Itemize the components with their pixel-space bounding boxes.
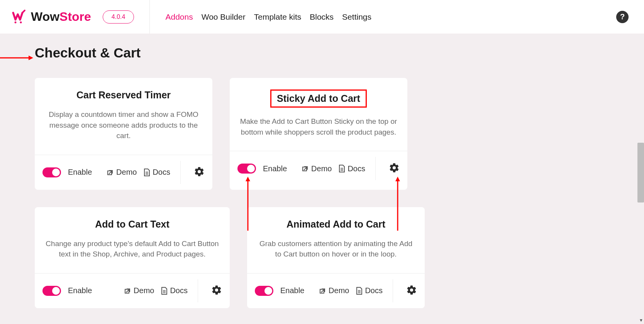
card-body: Add to Cart Text Change any product type… — [35, 207, 230, 273]
external-link-icon — [124, 287, 131, 294]
demo-label: Demo — [134, 286, 154, 295]
help-icon[interactable]: ? — [616, 11, 629, 23]
card-body: Sticky Add to Cart Make the Add to Cart … — [230, 78, 407, 151]
card-description: Change any product type's default Add to… — [44, 238, 220, 260]
card-footer: Enable Demo Docs — [247, 273, 425, 308]
docs-link[interactable]: Docs — [356, 286, 383, 295]
card-title: Animated Add to Cart — [286, 219, 385, 230]
nav-blocks[interactable]: Blocks — [310, 12, 334, 22]
enable-label: Enable — [68, 286, 92, 295]
addon-cards: Cart Reserved Timer Display a countdown … — [35, 78, 609, 308]
card-footer: Enable Demo Docs — [35, 155, 212, 190]
docs-link[interactable]: Docs — [339, 164, 365, 173]
demo-link[interactable]: Demo — [319, 286, 349, 295]
card-description: Display a countdown timer and show a FOM… — [44, 109, 203, 141]
nav-addons[interactable]: Addons — [165, 12, 193, 22]
enable-label: Enable — [68, 168, 92, 177]
docs-label: Docs — [347, 164, 365, 173]
vertical-scrollbar[interactable] — [637, 143, 644, 202]
enable-label: Enable — [280, 286, 304, 295]
card-title: Cart Reserved Timer — [76, 89, 171, 101]
enable-label: Enable — [263, 164, 287, 173]
enable-toggle[interactable] — [237, 164, 256, 174]
docs-link[interactable]: Docs — [161, 286, 188, 295]
card-title: Sticky Add to Cart — [270, 89, 367, 108]
document-icon — [339, 165, 345, 172]
svg-point-0 — [15, 21, 17, 23]
card-sticky-add-to-cart: Sticky Add to Cart Make the Add to Cart … — [230, 78, 407, 190]
demo-label: Demo — [311, 164, 332, 173]
footer-divider — [180, 161, 181, 184]
settings-gear-icon[interactable] — [406, 285, 417, 297]
nav-settings[interactable]: Settings — [342, 12, 371, 22]
annotation-arrow-title — [0, 54, 33, 63]
settings-gear-icon[interactable] — [389, 162, 400, 175]
version-badge: 4.0.4 — [103, 10, 134, 24]
docs-label: Docs — [365, 286, 383, 295]
brand-prefix: Wow — [31, 10, 59, 24]
card-body: Cart Reserved Timer Display a countdown … — [35, 78, 212, 155]
header-divider — [149, 0, 150, 34]
content-area: Checkout & Cart Cart Reserved Timer Disp… — [0, 34, 644, 320]
card-cart-reserved-timer: Cart Reserved Timer Display a countdown … — [35, 78, 212, 190]
footer-divider — [198, 279, 198, 302]
svg-point-1 — [20, 21, 22, 23]
app-header: WowStore 4.0.4 Addons Woo Builder Templa… — [0, 0, 644, 34]
document-icon — [356, 287, 363, 295]
footer-divider — [375, 157, 376, 180]
enable-toggle[interactable] — [255, 286, 273, 296]
brand-logo: WowStore — [12, 9, 91, 25]
nav-template-kits[interactable]: Template kits — [254, 12, 302, 22]
settings-gear-icon[interactable] — [211, 285, 222, 297]
demo-link[interactable]: Demo — [107, 168, 137, 177]
card-footer: Enable Demo Docs — [230, 151, 407, 186]
demo-link[interactable]: Demo — [124, 286, 154, 295]
annotation-arrow-toggle — [244, 177, 252, 232]
brand-suffix: Store — [59, 10, 91, 24]
wowstore-logo-icon — [12, 9, 27, 25]
external-link-icon — [302, 165, 309, 172]
enable-toggle[interactable] — [42, 286, 61, 296]
nav-woo-builder[interactable]: Woo Builder — [202, 12, 246, 22]
demo-label: Demo — [116, 168, 137, 177]
demo-label: Demo — [329, 286, 349, 295]
section-title: Checkout & Cart — [35, 45, 609, 61]
external-link-icon — [107, 169, 114, 176]
brand-name: WowStore — [31, 10, 91, 24]
settings-gear-icon[interactable] — [194, 166, 205, 179]
main-nav: Addons Woo Builder Template kits Blocks … — [165, 12, 371, 22]
card-description: Grab customers attention by animating th… — [257, 238, 415, 260]
footer-divider — [393, 279, 393, 302]
annotation-arrow-gear — [394, 177, 402, 232]
document-icon — [161, 287, 168, 295]
scroll-down-arrow-icon[interactable]: ▼ — [639, 318, 643, 322]
card-description: Make the Add to Cart Button Sticky on th… — [239, 116, 398, 137]
docs-link[interactable]: Docs — [144, 168, 170, 177]
card-add-to-cart-text: Add to Cart Text Change any product type… — [35, 207, 230, 308]
card-title: Add to Cart Text — [95, 219, 169, 230]
svg-marker-3 — [29, 56, 33, 60]
card-footer: Enable Demo Docs — [35, 273, 230, 308]
demo-link[interactable]: Demo — [302, 164, 332, 173]
external-link-icon — [319, 287, 326, 294]
docs-label: Docs — [153, 168, 170, 177]
docs-label: Docs — [170, 286, 188, 295]
enable-toggle[interactable] — [42, 167, 61, 177]
document-icon — [144, 169, 150, 176]
